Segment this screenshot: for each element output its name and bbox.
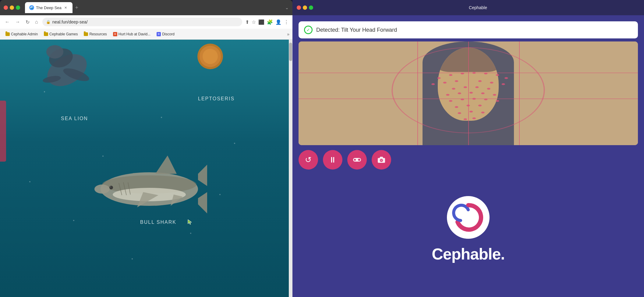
scrollbar-thumb[interactable] (289, 43, 292, 61)
profile-icon[interactable]: 👤 (275, 19, 281, 25)
cephable-window-title: Cephable (316, 5, 640, 10)
svg-point-52 (466, 105, 470, 106)
minimize-button[interactable] (10, 5, 14, 10)
active-tab[interactable]: 🌊 The Deep Sea ✕ (25, 2, 73, 13)
bookmarks-more-button[interactable]: » (287, 32, 289, 37)
url-bar[interactable]: 🔒 neal.fun/deep-sea/ (42, 18, 242, 26)
sea-lion-label: SEA LION (61, 116, 88, 121)
svg-point-39 (475, 86, 479, 88)
new-tab-button[interactable]: + (73, 3, 81, 12)
svg-point-24 (437, 77, 441, 79)
water-particle (234, 143, 235, 144)
svg-point-32 (443, 82, 447, 84)
svg-point-54 (458, 112, 461, 114)
svg-point-30 (504, 77, 508, 79)
back-button[interactable]: ← (4, 18, 11, 26)
svg-point-27 (472, 72, 476, 74)
bookmark-hurt-hub[interactable]: H Hurt Hub at David... (111, 31, 153, 37)
refresh-button[interactable]: ↻ (24, 18, 31, 26)
cephable-logo-svg (451, 201, 485, 234)
face-tracking-grid (299, 41, 638, 145)
svg-marker-66 (380, 157, 383, 158)
cephable-logo-area: Cephable. (292, 174, 644, 297)
bookmark-discord[interactable]: D Discord (154, 31, 177, 37)
share-icon[interactable]: ⬆ (245, 19, 249, 25)
svg-marker-11 (198, 165, 207, 186)
fullscreen-button[interactable] (16, 5, 20, 10)
svg-point-47 (461, 98, 464, 100)
restart-button[interactable]: ↺ (299, 150, 318, 170)
deep-sea-content[interactable]: SEA LION LEPTOSERIS (0, 40, 292, 297)
svg-point-28 (484, 73, 488, 74)
svg-point-51 (455, 106, 458, 108)
bookmark-icon[interactable]: ☆ (252, 19, 256, 25)
bookmark-label: Hurt Hub at David... (119, 32, 150, 36)
tab-favicon: 🌊 (29, 5, 34, 10)
bookmark-resources[interactable]: Resources (81, 31, 109, 37)
extensions-icon[interactable]: 🧩 (267, 19, 273, 25)
water-particle (132, 258, 133, 259)
cephable-minimize-button[interactable] (303, 5, 307, 10)
svg-marker-12 (198, 192, 207, 213)
url-text: neal.fun/deep-sea/ (52, 20, 88, 24)
detection-message: Detected: Tilt Your Head Forward (316, 27, 397, 33)
forward-button[interactable]: → (14, 18, 21, 26)
svg-marker-22 (188, 220, 192, 224)
cephable-traffic-lights (297, 5, 313, 10)
svg-point-29 (496, 74, 499, 76)
svg-point-57 (464, 118, 467, 120)
svg-point-2 (46, 45, 63, 59)
cephable-titlebar: Cephable (292, 0, 644, 15)
scrollbar[interactable] (289, 40, 292, 297)
bookmark-label: Cephable Games (49, 32, 78, 36)
home-button[interactable]: ⌂ (34, 18, 39, 26)
svg-point-56 (481, 112, 485, 113)
detection-panel: ✓ Detected: Tilt Your Head Forward (299, 21, 638, 38)
svg-point-41 (446, 94, 450, 96)
svg-point-60 (354, 159, 356, 161)
leptoseris-label: LEPTOSERIS (198, 96, 235, 102)
sea-lion-creature (24, 40, 101, 107)
svg-point-55 (469, 111, 473, 113)
cephable-window: Cephable ✓ Detected: Tilt Your Head Forw… (292, 0, 644, 297)
tab-overflow-button[interactable]: ⌄ (285, 5, 289, 10)
svg-point-49 (484, 98, 488, 100)
browser-window: 🌊 The Deep Sea ✕ + ⌄ ← → ↻ ⌂ 🔒 neal.fun/… (0, 0, 292, 297)
bookmarks-bar: Cephable Admin Cephable Games Resources … (0, 29, 292, 40)
bookmark-label: Resources (89, 32, 107, 36)
menu-icon[interactable]: ⋮ (284, 19, 289, 25)
water-particle (161, 117, 162, 118)
svg-point-48 (472, 98, 476, 100)
tab-title: The Deep Sea (36, 5, 62, 10)
bookmark-label: Discord (162, 32, 175, 36)
bull-shark-creature (88, 149, 210, 220)
tab-manager-icon[interactable]: ⬛ (258, 19, 264, 25)
svg-point-31 (431, 83, 435, 85)
svg-point-64 (359, 159, 360, 160)
camera-button[interactable] (372, 150, 391, 170)
svg-point-50 (496, 100, 499, 102)
svg-point-36 (501, 83, 505, 85)
tab-close-button[interactable]: ✕ (63, 5, 68, 10)
bookmark-cephable-admin[interactable]: Cephable Admin (3, 31, 40, 37)
close-button[interactable] (4, 5, 8, 10)
control-buttons: ↺ ⏸ (292, 145, 644, 174)
leptoseris-creature (195, 41, 225, 72)
bookmark-label: Cephable Admin (11, 32, 38, 36)
svg-point-23 (392, 48, 544, 133)
cephable-close-button[interactable] (297, 5, 301, 10)
svg-point-35 (490, 82, 494, 84)
camera-feed (299, 41, 638, 145)
pause-button[interactable]: ⏸ (323, 150, 342, 170)
svg-point-68 (380, 159, 382, 161)
svg-point-37 (452, 88, 455, 90)
svg-point-26 (461, 73, 464, 74)
gamepad-button[interactable] (347, 150, 367, 170)
svg-point-25 (449, 74, 453, 76)
cephable-brand-name: Cephable. (432, 245, 505, 263)
svg-marker-13 (155, 156, 177, 174)
title-bar: 🌊 The Deep Sea ✕ + ⌄ (0, 0, 292, 15)
cursor (187, 219, 193, 225)
cephable-fullscreen-button[interactable] (309, 5, 313, 10)
bookmark-cephable-games[interactable]: Cephable Games (41, 31, 80, 37)
